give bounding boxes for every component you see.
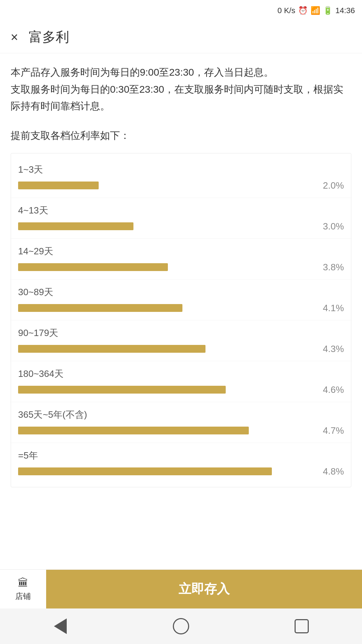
chart-bar-fill xyxy=(18,182,99,189)
network-speed: 0 K/s xyxy=(278,6,295,15)
time-display: 14:36 xyxy=(335,6,355,15)
home-nav-button[interactable] xyxy=(169,614,193,639)
chart-rate-value: 4.6% xyxy=(312,384,344,395)
chart-row: 1~3天2.0% xyxy=(11,157,351,198)
description-line2: 支取服务时间为每日的0:30至23:30，在支取服务时间内可随时支取，根据实际持… xyxy=(11,84,343,112)
chart-rate-value: 4.7% xyxy=(312,425,344,436)
chart-row: 365天~5年(不含)4.7% xyxy=(11,402,351,443)
chart-row: 4~13天3.0% xyxy=(11,198,351,239)
close-button[interactable]: × xyxy=(11,31,18,44)
chart-row: =5年4.8% xyxy=(11,443,351,483)
recents-nav-button[interactable] xyxy=(289,614,314,639)
chart-row-label: 14~29天 xyxy=(18,245,344,258)
battery-icon: 🔋 xyxy=(323,6,333,15)
page-title: 富多利 xyxy=(29,28,69,46)
chart-rate-value: 3.8% xyxy=(312,262,344,273)
chart-bar-fill xyxy=(18,467,272,475)
chart-row-label: 30~89天 xyxy=(18,286,344,298)
chart-rate-value: 4.3% xyxy=(312,343,344,355)
back-icon xyxy=(54,618,67,634)
description-text: 本产品存入服务时间为每日的9:00至23:30，存入当日起息。 支取服务时间为每… xyxy=(11,64,351,115)
main-content: 本产品存入服务时间为每日的9:00至23:30，存入当日起息。 支取服务时间为每… xyxy=(0,53,362,569)
status-bar: 0 K/s ⏰ 📶 🔋 14:36 xyxy=(0,0,362,21)
chart-row-label: =5年 xyxy=(18,449,344,462)
chart-bar-fill xyxy=(18,345,205,353)
home-icon xyxy=(173,618,189,634)
nav-bar xyxy=(0,608,362,644)
chart-row-label: 1~3天 xyxy=(18,163,344,176)
section-title: 提前支取各档位利率如下： xyxy=(11,129,351,142)
chart-bar-fill xyxy=(18,427,249,434)
header: × 富多利 xyxy=(0,21,362,53)
chart-row-label: 4~13天 xyxy=(18,204,344,217)
store-label: 店铺 xyxy=(15,591,31,602)
chart-row: 180~364天4.6% xyxy=(11,361,351,402)
rate-chart: 1~3天2.0%4~13天3.0%14~29天3.8%30~89天4.1%90~… xyxy=(11,153,351,487)
signal-icon: 📶 xyxy=(311,6,320,15)
chart-row-label: 180~364天 xyxy=(18,368,344,380)
chart-row: 90~179天4.3% xyxy=(11,320,351,361)
chart-bar-fill xyxy=(18,222,133,230)
clock-icon: ⏰ xyxy=(298,6,308,15)
description-line1: 本产品存入服务时间为每日的9:00至23:30，存入当日起息。 xyxy=(11,67,274,78)
deposit-label: 立即存入 xyxy=(179,580,230,598)
chart-row: 30~89天4.1% xyxy=(11,280,351,320)
deposit-button[interactable]: 立即存入 xyxy=(46,570,362,608)
chart-bar-fill xyxy=(18,386,226,394)
chart-rate-value: 4.8% xyxy=(312,466,344,477)
bottom-bar: 🏛 店铺 立即存入 xyxy=(0,569,362,608)
back-nav-button[interactable] xyxy=(48,614,73,639)
chart-rate-value: 4.1% xyxy=(312,303,344,314)
chart-row: 14~29天3.8% xyxy=(11,239,351,280)
chart-rate-value: 3.0% xyxy=(312,221,344,232)
chart-row-label: 90~179天 xyxy=(18,327,344,339)
store-icon: 🏛 xyxy=(18,577,28,589)
chart-row-label: 365天~5年(不含) xyxy=(18,408,344,421)
status-bar-right: 0 K/s ⏰ 📶 🔋 14:36 xyxy=(278,6,355,15)
chart-bar-fill xyxy=(18,304,182,312)
chart-rate-value: 2.0% xyxy=(312,180,344,191)
recents-icon xyxy=(295,619,309,633)
chart-bar-fill xyxy=(18,263,168,271)
store-button[interactable]: 🏛 店铺 xyxy=(0,570,46,608)
